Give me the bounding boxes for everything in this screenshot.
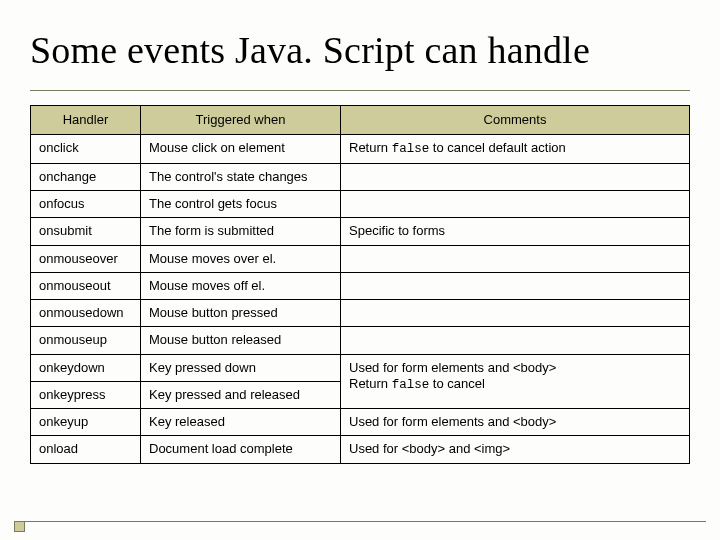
cell-handler: onchange <box>31 163 141 190</box>
table-row: onmouseoutMouse moves off el. <box>31 272 690 299</box>
table-row: onkeydownKey pressed downUsed for form e… <box>31 354 690 381</box>
cell-comment: Used for <body> and <img> <box>341 436 690 463</box>
cell-trigger: The control gets focus <box>141 191 341 218</box>
cell-handler: onclick <box>31 135 141 164</box>
cell-trigger: Key released <box>141 409 341 436</box>
cell-trigger: Key pressed down <box>141 354 341 381</box>
table-row: onmousedownMouse button pressed <box>31 300 690 327</box>
col-header-handler: Handler <box>31 106 141 135</box>
code-literal: false <box>392 142 430 156</box>
table-header-row: Handler Triggered when Comments <box>31 106 690 135</box>
cell-trigger: Document load complete <box>141 436 341 463</box>
cell-comment: Return false to cancel default action <box>341 135 690 164</box>
cell-handler: onmouseup <box>31 327 141 354</box>
table-row: onfocusThe control gets focus <box>31 191 690 218</box>
cell-comment: Used for form elements and <body> <box>341 409 690 436</box>
page-title: Some events Java. Script can handle <box>30 28 690 72</box>
table-row: onkeyupKey releasedUsed for form element… <box>31 409 690 436</box>
col-header-comments: Comments <box>341 106 690 135</box>
table-row: onmouseupMouse button released <box>31 327 690 354</box>
cell-handler: onmouseover <box>31 245 141 272</box>
cell-comment <box>341 272 690 299</box>
events-table: Handler Triggered when Comments onclickM… <box>30 105 690 464</box>
cell-trigger: Mouse button pressed <box>141 300 341 327</box>
table-row: onchangeThe control's state changes <box>31 163 690 190</box>
cell-comment: Used for form elements and <body>Return … <box>341 354 690 409</box>
cell-handler: onkeypress <box>31 381 141 408</box>
cell-handler: onsubmit <box>31 218 141 245</box>
cell-comment <box>341 191 690 218</box>
cell-comment <box>341 327 690 354</box>
cell-trigger: Key pressed and released <box>141 381 341 408</box>
cell-comment <box>341 163 690 190</box>
cell-trigger: Mouse click on element <box>141 135 341 164</box>
table-row: onmouseoverMouse moves over el. <box>31 245 690 272</box>
cell-handler: onfocus <box>31 191 141 218</box>
col-header-trigger: Triggered when <box>141 106 341 135</box>
table-row: onsubmitThe form is submittedSpecific to… <box>31 218 690 245</box>
cell-comment <box>341 300 690 327</box>
cell-handler: onkeydown <box>31 354 141 381</box>
cell-comment <box>341 245 690 272</box>
cell-comment: Specific to forms <box>341 218 690 245</box>
cell-handler: onkeyup <box>31 409 141 436</box>
cell-trigger: The form is submitted <box>141 218 341 245</box>
cell-handler: onmousedown <box>31 300 141 327</box>
title-underline <box>30 90 690 91</box>
footer-bullet-icon <box>14 521 25 532</box>
cell-trigger: Mouse moves over el. <box>141 245 341 272</box>
cell-trigger: The control's state changes <box>141 163 341 190</box>
table-row: onclickMouse click on elementReturn fals… <box>31 135 690 164</box>
cell-trigger: Mouse moves off el. <box>141 272 341 299</box>
footer-rule <box>14 521 706 522</box>
cell-trigger: Mouse button released <box>141 327 341 354</box>
cell-handler: onload <box>31 436 141 463</box>
code-literal: false <box>392 378 430 392</box>
cell-handler: onmouseout <box>31 272 141 299</box>
slide: Some events Java. Script can handle Hand… <box>0 0 720 540</box>
table-row: onloadDocument load completeUsed for <bo… <box>31 436 690 463</box>
